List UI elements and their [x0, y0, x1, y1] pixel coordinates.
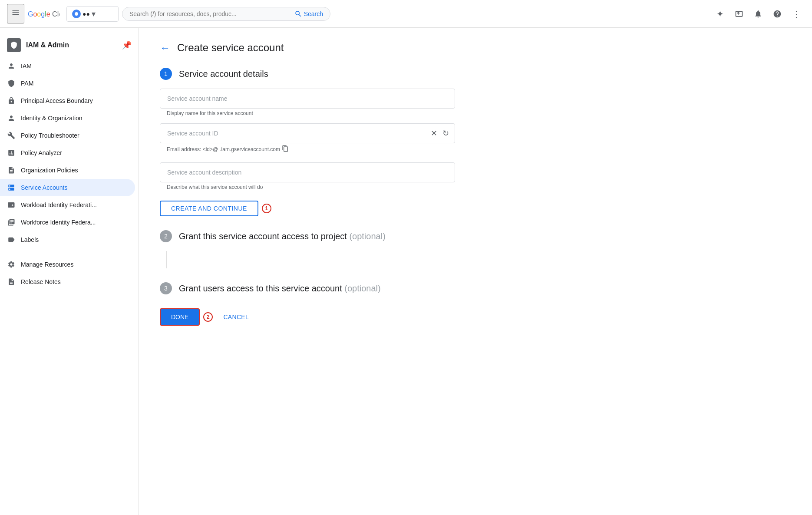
create-btn-wrapper: CREATE AND CONTINUE 1: [160, 201, 455, 216]
project-dot-icon: [72, 10, 81, 18]
form-container: 1 Service account details Display name f…: [160, 68, 455, 326]
email-prefix: Email address: <id>@: [167, 146, 218, 152]
sidebar-item-manage-resources[interactable]: Manage Resources: [0, 256, 135, 273]
sidebar-item-label-principal-access-boundary: Principal Access Boundary: [21, 97, 93, 104]
service-account-description-input[interactable]: [160, 162, 455, 182]
sidebar-item-label-workload-identity: Workload Identity Federati...: [21, 201, 97, 208]
policy-troubleshooter-icon: [7, 131, 16, 140]
sidebar-item-policy-troubleshooter[interactable]: Policy Troubleshooter: [0, 127, 135, 144]
step-2-title: Grant this service account access to pro…: [179, 231, 386, 241]
hamburger-menu-button[interactable]: [7, 4, 24, 23]
principal-access-boundary-icon: [7, 96, 16, 105]
help-button[interactable]: [769, 5, 786, 23]
policy-analyzer-icon: [7, 149, 16, 157]
top-navigation: Google Cloud ●● ▾ Search ✦: [0, 0, 812, 28]
cloud-shell-button[interactable]: [730, 5, 748, 23]
iam-icon: [7, 62, 16, 70]
email-address-row: Email address: <id>@ .iam.gserviceaccoun…: [160, 143, 455, 155]
notifications-button[interactable]: [749, 5, 767, 23]
step-1-title: Service account details: [179, 69, 268, 79]
create-btn-annotation: 1: [262, 204, 271, 213]
sidebar-item-service-accounts[interactable]: Service Accounts: [0, 179, 135, 196]
step-1-badge: 1: [160, 68, 172, 80]
main-content: ← Create service account 1 Service accou…: [139, 28, 812, 340]
sidebar-item-label-service-accounts: Service Accounts: [21, 184, 67, 191]
sidebar-items: IAM PAM Principal Access Boundary Identi…: [0, 57, 139, 248]
sidebar-item-label-workforce-identity: Workforce Identity Federa...: [21, 219, 96, 226]
sidebar-bottom: Manage Resources Release Notes: [0, 252, 139, 291]
service-account-id-wrapper: ✕ ↻: [160, 123, 455, 143]
google-cloud-logo[interactable]: Google Cloud: [28, 9, 59, 19]
sidebar-item-label-manage-resources: Manage Resources: [21, 261, 73, 268]
service-account-id-field: ✕ ↻ Email address: <id>@ .iam.gserviceac…: [160, 123, 455, 155]
step-3-badge: 3: [160, 282, 172, 294]
sidebar-item-label-policy-troubleshooter: Policy Troubleshooter: [21, 132, 79, 139]
step-2-header: 2 Grant this service account access to p…: [160, 230, 455, 242]
manage-resources-icon: [7, 260, 16, 269]
sidebar-item-identity-organization[interactable]: Identity & Organization: [0, 109, 135, 127]
email-suffix: .iam.gserviceaccount.com: [220, 146, 280, 152]
back-button[interactable]: ←: [160, 42, 170, 54]
pin-icon[interactable]: 📌: [122, 40, 132, 50]
sidebar-item-label-pam: PAM: [21, 80, 33, 87]
create-and-continue-button[interactable]: CREATE AND CONTINUE: [160, 201, 258, 216]
gemini-button[interactable]: ✦: [711, 5, 729, 23]
sidebar-item-organization-policies[interactable]: Organization Policies: [0, 162, 135, 179]
main-layout: IAM & Admin 📌 IAM PAM Principal Access B…: [0, 28, 812, 340]
sidebar-header: IAM & Admin 📌: [0, 31, 139, 57]
pam-icon: [7, 79, 16, 88]
service-account-name-field: Display name for this service account: [160, 89, 455, 116]
project-selector[interactable]: ●● ▾: [66, 6, 119, 22]
action-row: DONE 2 CANCEL: [160, 308, 455, 326]
page-title: Create service account: [177, 42, 284, 54]
service-account-id-actions: ✕ ↻: [430, 128, 450, 139]
organization-policies-icon: [7, 166, 16, 175]
service-account-name-input[interactable]: [160, 89, 455, 109]
sidebar-item-label-iam: IAM: [21, 63, 32, 69]
search-input[interactable]: [129, 10, 291, 17]
identity-organization-icon: [7, 114, 16, 122]
create-btn-annotation-wrapper: CREATE AND CONTINUE 1: [160, 201, 455, 216]
sidebar-item-labels[interactable]: Labels: [0, 231, 135, 248]
refresh-id-button[interactable]: ↻: [442, 128, 450, 139]
release-notes-icon: [7, 277, 16, 286]
sidebar-item-label-organization-policies: Organization Policies: [21, 167, 78, 174]
cancel-button[interactable]: CANCEL: [220, 309, 252, 325]
sidebar-item-workforce-identity[interactable]: Workforce Identity Federa...: [0, 214, 135, 231]
workforce-identity-icon: [7, 218, 16, 227]
step-1-section: 1 Service account details Display name f…: [160, 68, 455, 216]
step-3-section: 3 Grant users access to this service acc…: [160, 282, 455, 294]
sidebar: IAM & Admin 📌 IAM PAM Principal Access B…: [0, 28, 139, 340]
svg-text:Google
         Cloud: Google Cloud: [28, 10, 59, 18]
service-account-name-helper: Display name for this service account: [160, 110, 455, 116]
sidebar-item-workload-identity[interactable]: Workload Identity Federati...: [0, 196, 135, 214]
clear-id-button[interactable]: ✕: [430, 128, 438, 139]
sidebar-item-pam[interactable]: PAM: [0, 75, 135, 92]
done-button[interactable]: DONE: [160, 308, 200, 326]
more-options-button[interactable]: ⋮: [788, 5, 805, 23]
copy-email-button[interactable]: [282, 145, 289, 154]
step-3-subtitle: (optional): [344, 284, 380, 293]
step-3-header: 3 Grant users access to this service acc…: [160, 282, 455, 294]
search-button[interactable]: Search: [294, 10, 323, 18]
sidebar-item-label-policy-analyzer: Policy Analyzer: [21, 149, 62, 156]
step-3-title: Grant users access to this service accou…: [179, 284, 381, 294]
step-2-badge: 2: [160, 230, 172, 242]
service-account-id-input[interactable]: [160, 123, 455, 143]
step-2-section: 2 Grant this service account access to p…: [160, 230, 455, 268]
iam-admin-icon: [7, 38, 21, 52]
done-btn-wrapper: DONE 2: [160, 308, 213, 326]
topnav-icons: ✦ ⋮: [711, 5, 805, 23]
sidebar-item-iam[interactable]: IAM: [0, 57, 135, 75]
service-accounts-icon: [7, 183, 16, 192]
sidebar-item-label-labels: Labels: [21, 236, 39, 243]
sidebar-item-policy-analyzer[interactable]: Policy Analyzer: [0, 144, 135, 162]
sidebar-bottom-items: Manage Resources Release Notes: [0, 256, 139, 291]
page-header: ← Create service account: [160, 42, 791, 54]
step-1-header: 1 Service account details: [160, 68, 455, 80]
sidebar-item-principal-access-boundary[interactable]: Principal Access Boundary: [0, 92, 135, 109]
project-selector-dots: ●●: [83, 10, 90, 17]
done-btn-annotation: 2: [203, 312, 213, 322]
sidebar-item-release-notes[interactable]: Release Notes: [0, 273, 135, 291]
service-account-description-helper: Describe what this service account will …: [160, 184, 455, 190]
